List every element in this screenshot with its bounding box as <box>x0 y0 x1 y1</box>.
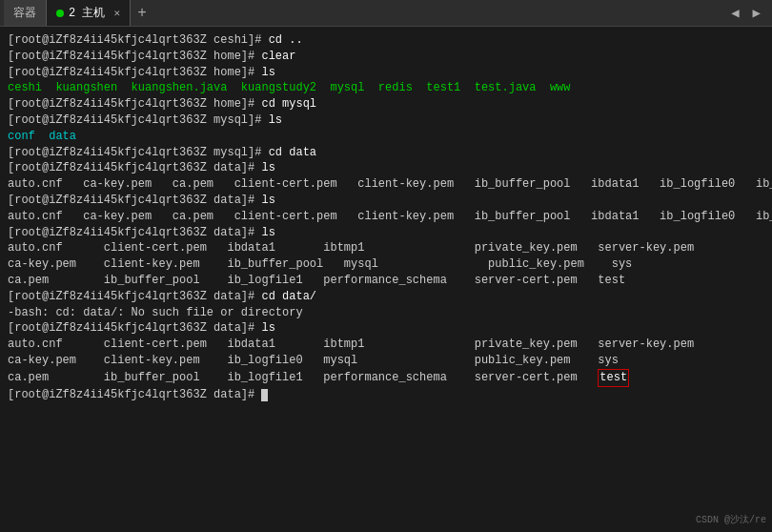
tab-container-label: 容器 <box>13 5 36 21</box>
terminal-line: ca-key.pem client-key.pem ib_logfile0 my… <box>8 353 764 369</box>
terminal-line: [root@iZf8z4ii45kfjc4lqrt363Z ceshi]# cd… <box>8 32 764 49</box>
tabs: 容器 2 主机 ✕ + <box>4 0 153 26</box>
add-tab-button[interactable]: + <box>131 2 153 25</box>
terminal-line: [root@iZf8z4ii45kfjc4lqrt363Z data]# ls <box>8 225 764 241</box>
terminal-line: auto.cnf client-cert.pem ibdata1 ibtmp1 … <box>8 337 764 353</box>
terminal-line: [root@iZf8z4ii45kfjc4lqrt363Z mysql]# ls <box>8 113 764 129</box>
nav-right-button[interactable]: ▶ <box>749 3 764 23</box>
terminal-line: ca.pem ib_buffer_pool ib_logfile1 perfor… <box>8 369 764 387</box>
terminal-line: auto.cnf ca-key.pem ca.pem client-cert.p… <box>8 209 764 225</box>
terminal-line: [root@iZf8z4ii45kfjc4lqrt363Z data]# <box>8 387 764 403</box>
title-bar-right: ◀ ▶ <box>727 3 768 23</box>
terminal-line: [root@iZf8z4ii45kfjc4lqrt363Z data]# ls <box>8 160 764 176</box>
terminal-line: [root@iZf8z4ii45kfjc4lqrt363Z data]# cd … <box>8 289 764 305</box>
terminal-line: conf data <box>8 129 764 145</box>
terminal-line: [root@iZf8z4ii45kfjc4lqrt363Z home]# ls <box>8 65 764 81</box>
terminal-line: ca.pem ib_buffer_pool ib_logfile1 perfor… <box>8 273 764 289</box>
tab-host[interactable]: 2 主机 ✕ <box>47 0 131 26</box>
test-highlight: test <box>598 369 629 387</box>
tab-container[interactable]: 容器 <box>4 0 47 26</box>
terminal-line: ceshi kuangshen kuangshen.java kuangstud… <box>8 80 764 96</box>
terminal-line: -bash: cd: data/: No such file or direct… <box>8 305 764 321</box>
terminal[interactable]: [root@iZf8z4ii45kfjc4lqrt363Z ceshi]# cd… <box>0 27 772 532</box>
terminal-line: ca-key.pem client-key.pem ib_buffer_pool… <box>8 256 764 273</box>
terminal-line: [root@iZf8z4ii45kfjc4lqrt363Z data]# ls <box>8 320 764 337</box>
terminal-line: auto.cnf ca-key.pem ca.pem client-cert.p… <box>8 176 764 193</box>
terminal-line: [root@iZf8z4ii45kfjc4lqrt363Z data]# ls <box>8 193 764 209</box>
tab-status-dot <box>56 10 64 17</box>
terminal-line: [root@iZf8z4ii45kfjc4lqrt363Z home]# cle… <box>8 49 764 65</box>
tab-host-label: 2 主机 <box>69 5 105 21</box>
terminal-line: [root@iZf8z4ii45kfjc4lqrt363Z mysql]# cd… <box>8 145 764 161</box>
cursor <box>261 389 268 401</box>
nav-left-button[interactable]: ◀ <box>727 3 742 23</box>
close-icon[interactable]: ✕ <box>113 7 120 19</box>
title-bar: 容器 2 主机 ✕ + ◀ ▶ <box>0 0 772 27</box>
terminal-line: [root@iZf8z4ii45kfjc4lqrt363Z home]# cd … <box>8 96 764 113</box>
terminal-line: auto.cnf client-cert.pem ibdata1 ibtmp1 … <box>8 240 764 256</box>
